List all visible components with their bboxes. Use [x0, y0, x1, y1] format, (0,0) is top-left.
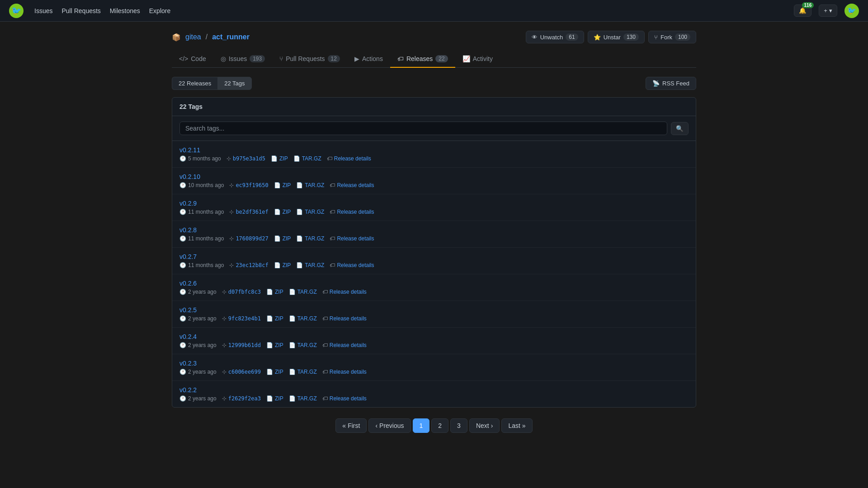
- targz-link[interactable]: TAR.GZ: [305, 262, 324, 268]
- zip-link[interactable]: ZIP: [283, 235, 291, 242]
- tab-actions[interactable]: ▶ Actions: [347, 51, 390, 68]
- release-details-link[interactable]: Release details: [337, 209, 374, 215]
- targz-icon: 📄: [293, 155, 300, 162]
- tag-commit[interactable]: b975e3a1d5: [233, 155, 265, 162]
- targz-link[interactable]: TAR.GZ: [297, 369, 317, 375]
- watch-button[interactable]: 👁 Unwatch 61: [526, 31, 584, 43]
- last-page-button[interactable]: Last »: [501, 418, 532, 433]
- navbar-issues[interactable]: Issues: [34, 7, 52, 14]
- release-details-wrapper: 🏷 Release details: [330, 262, 374, 268]
- targz-link[interactable]: TAR.GZ: [297, 342, 317, 348]
- prev-page-button[interactable]: ‹ Previous: [368, 418, 410, 433]
- page-2-button[interactable]: 2: [431, 418, 448, 433]
- search-input[interactable]: [179, 122, 667, 135]
- release-details-link[interactable]: Release details: [330, 315, 367, 322]
- zip-link[interactable]: ZIP: [283, 182, 291, 188]
- tag-commit[interactable]: 9fc823e4b1: [228, 315, 261, 322]
- targz-link[interactable]: TAR.GZ: [297, 395, 317, 402]
- tag-commit[interactable]: ec93f19650: [236, 182, 268, 188]
- targz-link[interactable]: TAR.GZ: [297, 289, 317, 295]
- targz-wrapper: 📄 TAR.GZ: [289, 395, 317, 402]
- tag-name[interactable]: v0.2.6: [179, 280, 689, 287]
- notification-button[interactable]: 🔔 116: [794, 5, 811, 17]
- page-1-button[interactable]: 1: [413, 418, 430, 433]
- release-details-link[interactable]: Release details: [330, 395, 367, 402]
- commit-icon: ⊹: [222, 315, 226, 322]
- prev-chevron-icon: ‹: [375, 422, 377, 429]
- star-button[interactable]: ⭐ Unstar 130: [588, 31, 645, 43]
- add-button[interactable]: + ▾: [819, 5, 837, 17]
- rss-button[interactable]: 📡 RSS Feed: [646, 77, 696, 90]
- tag-commit-wrapper: ⊹ 12999b61dd: [222, 342, 261, 348]
- targz-link[interactable]: TAR.GZ: [305, 209, 324, 215]
- zip-link[interactable]: ZIP: [279, 155, 288, 162]
- tag-name[interactable]: v0.2.10: [179, 173, 689, 180]
- releases-filter-btn[interactable]: 22 Releases: [172, 77, 217, 90]
- tag-name[interactable]: v0.2.4: [179, 333, 689, 340]
- release-details-link[interactable]: Release details: [337, 182, 374, 188]
- release-details-wrapper: 🏷 Release details: [330, 209, 374, 215]
- tab-releases[interactable]: 🏷 Releases 22: [390, 51, 455, 68]
- release-details-link[interactable]: Release details: [337, 262, 374, 268]
- clock-icon: 🕐: [179, 342, 186, 348]
- navbar-milestones[interactable]: Milestones: [110, 7, 140, 14]
- tag-commit[interactable]: be2df361ef: [236, 209, 268, 215]
- first-page-button[interactable]: « First: [335, 418, 367, 433]
- zip-link[interactable]: ZIP: [283, 209, 291, 215]
- tag-commit[interactable]: 1760899d27: [236, 235, 268, 242]
- tag-commit[interactable]: c6006ee699: [228, 369, 261, 375]
- repo-name[interactable]: act_runner: [212, 33, 250, 41]
- tag-name[interactable]: v0.2.8: [179, 226, 689, 234]
- tag-commit-wrapper: ⊹ b975e3a1d5: [226, 155, 265, 162]
- tag-name[interactable]: v0.2.2: [179, 386, 689, 394]
- zip-link[interactable]: ZIP: [275, 395, 283, 402]
- issues-badge: 193: [250, 55, 265, 62]
- tag-meta: 🕐 5 months ago ⊹ b975e3a1d5 📄 ZIP 📄 TAR.…: [179, 155, 689, 162]
- zip-link[interactable]: ZIP: [275, 289, 283, 295]
- zip-link[interactable]: ZIP: [275, 369, 283, 375]
- user-avatar[interactable]: 🐦: [844, 4, 859, 18]
- tab-pull-requests[interactable]: ⑂ Pull Requests 12: [272, 51, 347, 68]
- tag-name[interactable]: v0.2.11: [179, 146, 689, 154]
- tab-code[interactable]: </> Code: [172, 51, 213, 68]
- repo-owner[interactable]: gitea: [185, 33, 201, 41]
- tag-icon: 🏷: [330, 209, 335, 215]
- navbar-explore[interactable]: Explore: [149, 7, 170, 14]
- targz-wrapper: 📄 TAR.GZ: [289, 342, 317, 348]
- release-details-link[interactable]: Release details: [330, 369, 367, 375]
- targz-link[interactable]: TAR.GZ: [305, 182, 324, 188]
- navbar-pull-requests[interactable]: Pull Requests: [61, 7, 100, 14]
- targz-icon: 📄: [296, 182, 303, 188]
- next-page-button[interactable]: Next ›: [469, 418, 500, 433]
- tags-filter-btn[interactable]: 22 Tags: [217, 77, 251, 90]
- zip-link[interactable]: ZIP: [283, 262, 291, 268]
- clock-icon: 🕐: [179, 182, 186, 188]
- tag-commit[interactable]: 23ec12b8cf: [236, 262, 268, 268]
- tag-name[interactable]: v0.2.5: [179, 306, 689, 314]
- targz-link[interactable]: TAR.GZ: [305, 235, 324, 242]
- targz-link[interactable]: TAR.GZ: [297, 315, 317, 322]
- site-logo[interactable]: 🐦: [9, 4, 24, 18]
- search-bar: 🔍: [172, 116, 696, 141]
- tag-commit[interactable]: f2629f2ea3: [228, 395, 261, 402]
- release-details-link[interactable]: Release details: [337, 235, 374, 242]
- release-details-link[interactable]: Release details: [330, 342, 367, 348]
- tab-issues[interactable]: ◎ Issues 193: [213, 51, 273, 68]
- tag-name[interactable]: v0.2.7: [179, 253, 689, 260]
- page-3-button[interactable]: 3: [450, 418, 467, 433]
- release-details-link[interactable]: Release details: [330, 289, 367, 295]
- search-button[interactable]: 🔍: [671, 122, 689, 135]
- release-details-link[interactable]: Release details: [334, 155, 371, 162]
- targz-wrapper: 📄 TAR.GZ: [296, 262, 324, 268]
- tab-activity[interactable]: 📈 Activity: [455, 51, 500, 68]
- zip-link[interactable]: ZIP: [275, 342, 283, 348]
- zip-link[interactable]: ZIP: [275, 315, 283, 322]
- targz-link[interactable]: TAR.GZ: [302, 155, 321, 162]
- fork-button[interactable]: ⑂ Fork 100: [648, 31, 696, 43]
- tag-name[interactable]: v0.2.9: [179, 200, 689, 207]
- tag-commit[interactable]: d07fbfc8c3: [228, 289, 261, 295]
- tag-name[interactable]: v0.2.3: [179, 360, 689, 367]
- tag-commit[interactable]: 12999b61dd: [228, 342, 261, 348]
- release-details-wrapper: 🏷 Release details: [322, 369, 367, 375]
- repo-separator: /: [206, 33, 208, 41]
